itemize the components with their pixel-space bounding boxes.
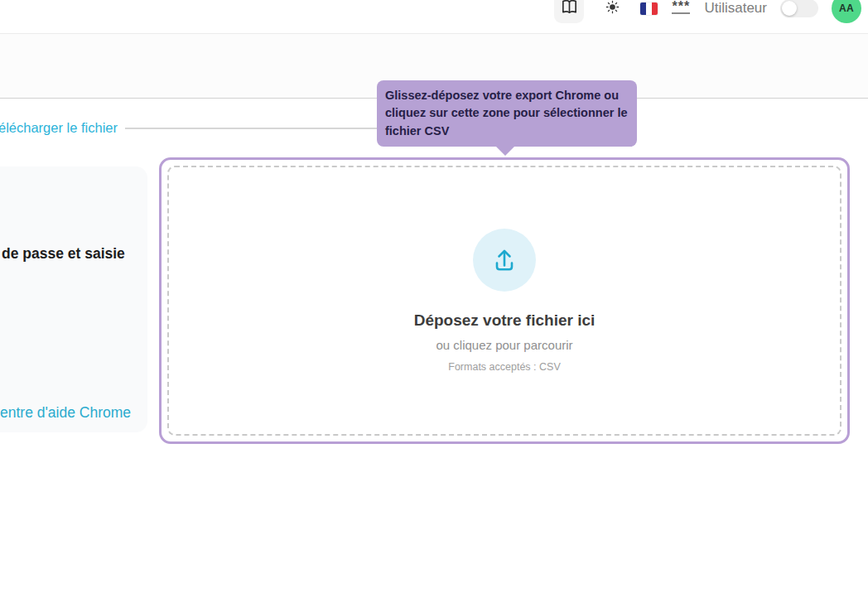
dropzone-tooltip: Glissez-déposez votre export Chrome ou c…	[377, 80, 637, 147]
french-flag-icon	[640, 2, 658, 15]
app-screen: *** Utilisateur AA élécharger le fichier…	[0, 0, 868, 603]
sun-icon	[605, 0, 620, 18]
tooltip-arrow	[496, 147, 514, 156]
stepper-step1-label[interactable]: élécharger le fichier	[0, 120, 118, 136]
help-card	[0, 166, 147, 432]
help-card-bold-text: de passe et saisie	[2, 245, 125, 263]
dropzone-formats: Formats acceptés : CSV	[448, 361, 560, 373]
language-button[interactable]	[640, 0, 658, 23]
user-mode-toggle[interactable]	[780, 0, 818, 17]
open-book-icon	[560, 0, 579, 20]
file-dropzone-dashed-area[interactable]: Déposez votre fichier ici ou cliquez pou…	[167, 166, 841, 436]
header: *** Utilisateur AA	[0, 0, 868, 34]
docs-button[interactable]	[554, 0, 584, 23]
passwords-button[interactable]: ***	[671, 2, 691, 14]
tooltip-text: Glissez-déposez votre export Chrome ou c…	[385, 89, 628, 137]
header-actions: *** Utilisateur AA	[554, 0, 861, 31]
chrome-help-link[interactable]: entre d'aide Chrome	[0, 404, 131, 422]
asterisks-underline	[672, 12, 690, 14]
theme-toggle-button[interactable]	[597, 0, 627, 23]
dropzone-title: Déposez votre fichier ici	[414, 311, 596, 330]
toggle-knob	[782, 1, 797, 16]
stepper-connector	[125, 128, 410, 129]
upload-icon-circle	[473, 229, 536, 292]
upload-icon	[489, 244, 519, 277]
user-label: Utilisateur	[704, 0, 767, 17]
avatar[interactable]: AA	[832, 0, 861, 23]
dropzone-subtitle: ou cliquez pour parcourir	[436, 338, 572, 352]
file-dropzone[interactable]: Déposez votre fichier ici ou cliquez pou…	[159, 157, 850, 444]
asterisks-icon: ***	[673, 2, 691, 11]
